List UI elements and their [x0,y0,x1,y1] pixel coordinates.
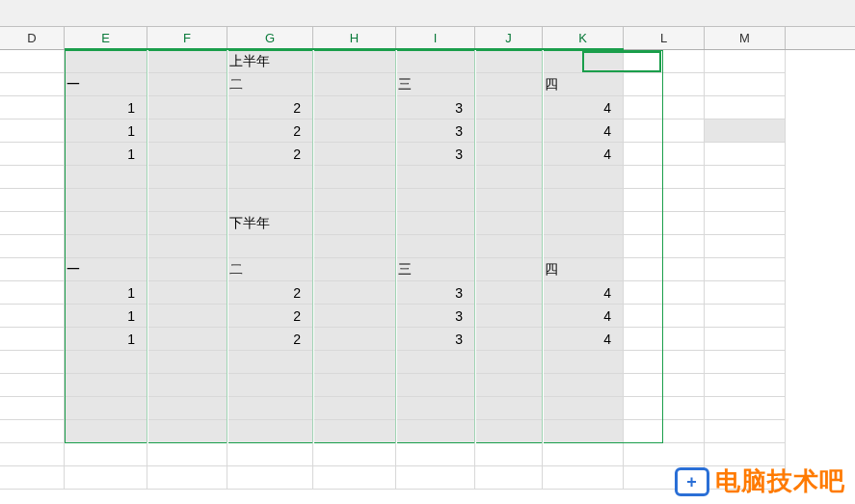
cell-M-6[interactable] [705,166,786,189]
cell-J-15[interactable] [475,374,543,397]
column-header-G[interactable]: G [227,27,313,49]
cell-E-7[interactable] [65,189,147,212]
cell-D-8[interactable] [0,212,65,235]
cell-E-9[interactable] [65,235,147,258]
cell-K-9[interactable] [543,235,624,258]
cell-D-10[interactable] [0,258,65,281]
cell-K-7[interactable] [543,189,624,212]
cell-G-7[interactable] [227,189,313,212]
cell-E-3[interactable]: 1 [65,96,147,119]
cell-H-8[interactable] [313,212,396,235]
cell-L-2[interactable] [624,73,705,96]
cell-J-10[interactable] [475,258,543,281]
cell-G-6[interactable] [227,166,313,189]
cell-M-12[interactable] [705,305,786,328]
cell-J-1[interactable] [475,50,543,73]
cell-E-19[interactable] [65,466,147,490]
cell-H-11[interactable] [313,281,396,305]
cell-E-14[interactable] [65,351,147,374]
cell-H-5[interactable] [313,143,396,166]
cell-L-10[interactable] [624,258,705,281]
cell-I-16[interactable] [396,397,475,420]
cell-J-17[interactable] [475,420,543,443]
cell-I-15[interactable] [396,374,475,397]
cell-J-19[interactable] [475,466,543,490]
cell-F-18[interactable] [147,443,227,466]
cell-I-5[interactable]: 3 [396,143,475,166]
cell-L-15[interactable] [624,374,705,397]
column-header-F[interactable]: F [147,27,227,49]
cell-M-17[interactable] [705,420,786,443]
cell-L-13[interactable] [624,328,705,351]
cell-K-6[interactable] [543,166,624,189]
grid-area[interactable]: 上半年一二三四123412341234下半年一二三四123412341234 [0,50,855,504]
cell-K-14[interactable] [543,351,624,374]
cell-I-7[interactable] [396,189,475,212]
cell-H-9[interactable] [313,235,396,258]
cell-M-16[interactable] [705,397,786,420]
column-header-D[interactable]: D [0,27,65,49]
cell-L-5[interactable] [624,143,705,166]
cell-M-13[interactable] [705,328,786,351]
cell-G-12[interactable]: 2 [227,305,313,328]
cell-E-18[interactable] [65,443,147,466]
cell-I-1[interactable] [396,50,475,73]
cell-D-16[interactable] [0,397,65,420]
cell-K-8[interactable] [543,212,624,235]
column-header-M[interactable]: M [705,27,786,49]
cell-F-9[interactable] [147,235,227,258]
cell-L-16[interactable] [624,397,705,420]
cell-L-8[interactable] [624,212,705,235]
cell-F-8[interactable] [147,212,227,235]
cell-I-3[interactable]: 3 [396,96,475,119]
cell-E-1[interactable] [65,50,147,73]
cell-F-14[interactable] [147,351,227,374]
cell-I-11[interactable]: 3 [396,281,475,305]
cell-E-10[interactable]: 一 [65,258,147,281]
cell-K-5[interactable]: 4 [543,143,624,166]
cell-K-15[interactable] [543,374,624,397]
cell-G-17[interactable] [227,420,313,443]
cell-E-11[interactable]: 1 [65,281,147,305]
cell-M-3[interactable] [705,96,786,119]
cell-F-17[interactable] [147,420,227,443]
cell-G-8[interactable]: 下半年 [227,212,313,235]
column-header-L[interactable]: L [624,27,705,49]
cell-M-7[interactable] [705,189,786,212]
cell-K-17[interactable] [543,420,624,443]
cell-J-6[interactable] [475,166,543,189]
cell-E-12[interactable]: 1 [65,305,147,328]
column-header-I[interactable]: I [396,27,475,49]
column-header-J[interactable]: J [475,27,543,49]
cell-L-9[interactable] [624,235,705,258]
cell-J-2[interactable] [475,73,543,96]
cell-J-11[interactable] [475,281,543,305]
cell-J-3[interactable] [475,96,543,119]
cell-F-19[interactable] [147,466,227,490]
cell-M-8[interactable] [705,212,786,235]
cell-K-11[interactable]: 4 [543,281,624,305]
cell-K-10[interactable]: 四 [543,258,624,281]
column-header-H[interactable]: H [313,27,396,49]
cell-G-18[interactable] [227,443,313,466]
cell-H-12[interactable] [313,305,396,328]
cell-G-3[interactable]: 2 [227,96,313,119]
cell-J-14[interactable] [475,351,543,374]
cell-L-14[interactable] [624,351,705,374]
cell-F-1[interactable] [147,50,227,73]
cell-I-12[interactable]: 3 [396,305,475,328]
cell-D-13[interactable] [0,328,65,351]
cell-G-4[interactable]: 2 [227,119,313,143]
cell-H-7[interactable] [313,189,396,212]
cell-M-18[interactable] [705,443,786,466]
cell-J-18[interactable] [475,443,543,466]
cell-H-17[interactable] [313,420,396,443]
cell-M-9[interactable] [705,235,786,258]
cell-G-5[interactable]: 2 [227,143,313,166]
cell-L-11[interactable] [624,281,705,305]
cell-M-14[interactable] [705,351,786,374]
cell-H-18[interactable] [313,443,396,466]
cell-G-14[interactable] [227,351,313,374]
cell-D-3[interactable] [0,96,65,119]
cell-K-19[interactable] [543,466,624,490]
